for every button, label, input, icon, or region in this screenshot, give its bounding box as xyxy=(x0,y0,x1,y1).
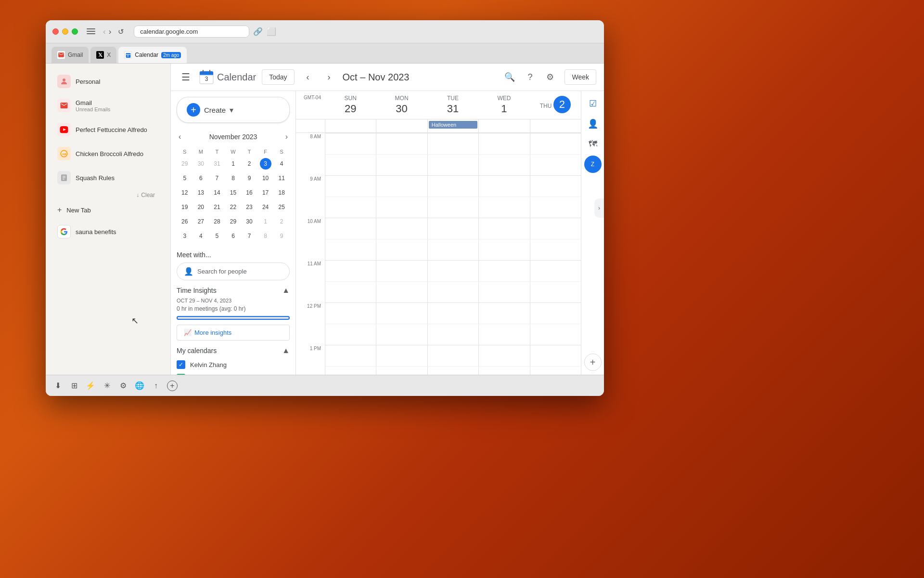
time-grid-cell[interactable] xyxy=(427,133,478,154)
mini-cal-day[interactable]: 5 xyxy=(177,171,193,185)
time-grid-cell[interactable] xyxy=(325,324,376,345)
mini-cal-day[interactable]: 28 xyxy=(209,214,225,229)
share-icon[interactable]: ⬜ xyxy=(267,27,276,36)
time-grid-cell[interactable] xyxy=(530,175,581,197)
upload-toolbar-icon[interactable]: ↑ xyxy=(151,381,161,391)
time-grid-cell[interactable] xyxy=(530,302,581,324)
time-grid-cell[interactable] xyxy=(325,133,376,154)
mini-cal-day[interactable]: 8 xyxy=(225,171,242,185)
mini-cal-day[interactable]: 12 xyxy=(177,185,193,200)
mini-cal-day[interactable]: 6 xyxy=(225,229,242,243)
time-grid-cell[interactable] xyxy=(325,218,376,239)
time-grid-cell[interactable] xyxy=(427,154,478,175)
time-grid-cell[interactable] xyxy=(427,302,478,324)
add-toolbar-button[interactable]: + xyxy=(167,381,178,391)
time-insights-header[interactable]: Time Insights ▲ xyxy=(177,286,290,295)
time-grid-cell[interactable] xyxy=(478,260,529,281)
time-grid-cell[interactable] xyxy=(376,239,427,260)
time-grid-cell[interactable] xyxy=(325,345,376,366)
time-grid-cell[interactable] xyxy=(478,154,529,175)
time-grid-cell[interactable] xyxy=(376,281,427,302)
hamburger-menu-icon[interactable]: ☰ xyxy=(179,68,193,86)
time-grid-cell[interactable] xyxy=(376,302,427,324)
time-grid-cell[interactable] xyxy=(478,281,529,302)
time-grid-cell[interactable] xyxy=(325,366,376,375)
time-grid-cell[interactable] xyxy=(376,154,427,175)
time-grid-cell[interactable] xyxy=(478,345,529,366)
sidebar-toggle-icon[interactable] xyxy=(87,28,95,35)
time-grid-cell[interactable] xyxy=(325,260,376,281)
mini-cal-day[interactable]: 26 xyxy=(177,214,193,229)
mini-cal-day[interactable]: 9 xyxy=(273,229,290,243)
today-button[interactable]: Today xyxy=(262,69,294,85)
mini-cal-day[interactable]: 21 xyxy=(209,200,225,214)
create-button[interactable]: + Create ▾ xyxy=(177,97,290,123)
time-grid-cell[interactable] xyxy=(427,366,478,375)
time-grid-cell[interactable] xyxy=(376,175,427,197)
mini-cal-day[interactable]: 22 xyxy=(225,200,242,214)
url-bar[interactable]: calendar.google.com xyxy=(134,26,249,38)
mini-cal-day[interactable]: 4 xyxy=(193,229,209,243)
new-tab-item[interactable]: + New Tab xyxy=(50,201,167,219)
time-grid-cell[interactable] xyxy=(376,218,427,239)
time-grid-cell[interactable] xyxy=(478,302,529,324)
mini-cal-day[interactable]: 2 xyxy=(273,214,290,229)
mini-cal-day[interactable]: 9 xyxy=(241,171,257,185)
download-toolbar-icon[interactable]: ⬇ xyxy=(52,381,63,391)
mini-cal-day[interactable]: 29 xyxy=(225,214,242,229)
time-grid-cell[interactable] xyxy=(427,345,478,366)
time-grid-cell[interactable] xyxy=(478,239,529,260)
time-grid-cell[interactable] xyxy=(376,260,427,281)
prev-nav-button[interactable]: ‹ xyxy=(300,69,316,85)
time-grid-cell[interactable] xyxy=(478,175,529,197)
time-grid-cell[interactable] xyxy=(325,239,376,260)
tab-calendar[interactable]: 3 Calendar 2m ago xyxy=(118,47,187,63)
person-toolbar-icon[interactable]: 🌐 xyxy=(134,381,145,391)
bolt-toolbar-icon[interactable]: ⚡ xyxy=(85,381,96,391)
time-grid-cell[interactable] xyxy=(325,302,376,324)
mini-cal-day[interactable]: 29 xyxy=(177,157,193,171)
time-grid-cell[interactable] xyxy=(530,154,581,175)
broccoli-item[interactable]: AR Chicken Broccoli Alfredo xyxy=(50,142,167,165)
squash-item[interactable]: Squash Rules xyxy=(50,166,167,189)
time-grid-cell[interactable] xyxy=(530,281,581,302)
contacts-icon[interactable]: 👤 xyxy=(584,115,602,132)
time-grid-cell[interactable] xyxy=(478,324,529,345)
mini-cal-day[interactable]: 18 xyxy=(273,185,290,200)
time-grid-cell[interactable] xyxy=(478,133,529,154)
refresh-icon[interactable]: ↺ xyxy=(118,27,124,36)
mini-cal-day[interactable]: 24 xyxy=(257,200,274,214)
my-calendars-header[interactable]: My calendars ▲ xyxy=(177,346,290,355)
time-grid-cell[interactable] xyxy=(427,175,478,197)
time-grid-cell[interactable] xyxy=(376,324,427,345)
back-arrow-icon[interactable]: ‹ xyxy=(103,27,106,36)
time-grid-cell[interactable] xyxy=(530,345,581,366)
sauna-item[interactable]: sauna benefits xyxy=(50,220,167,243)
mini-cal-day[interactable]: 1 xyxy=(225,157,242,171)
link-icon[interactable]: 🔗 xyxy=(253,27,263,36)
search-calendar-icon[interactable]: 🔍 xyxy=(501,68,518,86)
gmail-unread-item[interactable]: Gmail Unread Emails xyxy=(50,94,167,117)
time-grid-cell[interactable] xyxy=(376,366,427,375)
expand-calendar-button[interactable]: › xyxy=(594,198,604,218)
mini-cal-day[interactable]: 3 xyxy=(257,157,274,171)
time-grid-cell[interactable] xyxy=(376,133,427,154)
halloween-event[interactable]: Halloween xyxy=(429,121,477,129)
time-grid-cell[interactable] xyxy=(325,281,376,302)
help-icon[interactable]: ? xyxy=(521,68,539,86)
tab-gmail[interactable]: Gmail xyxy=(51,47,89,63)
time-grid-cell[interactable] xyxy=(325,197,376,218)
mini-cal-day[interactable]: 6 xyxy=(193,171,209,185)
mini-cal-day[interactable]: 25 xyxy=(273,200,290,214)
mini-cal-day[interactable]: 30 xyxy=(193,157,209,171)
mini-cal-day[interactable]: 7 xyxy=(209,171,225,185)
mini-cal-day[interactable]: 19 xyxy=(177,200,193,214)
mini-cal-day[interactable]: 2 xyxy=(241,157,257,171)
mini-cal-day[interactable]: 15 xyxy=(225,185,242,200)
tab-x[interactable]: 𝕏 X xyxy=(90,47,116,63)
fullscreen-button[interactable] xyxy=(72,28,78,35)
time-grid-cell[interactable] xyxy=(376,197,427,218)
time-grid-cell[interactable] xyxy=(376,345,427,366)
time-grid-cell[interactable] xyxy=(530,239,581,260)
asterisk-toolbar-icon[interactable]: ✳ xyxy=(102,381,112,391)
